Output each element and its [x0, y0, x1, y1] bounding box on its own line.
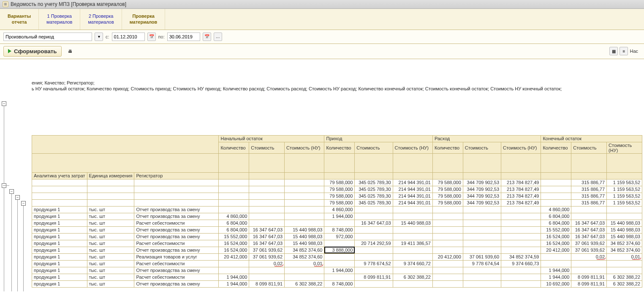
cell-r[interactable]: Расчет себестоимости: [134, 220, 219, 226]
cell-v2[interactable]: 9 778 674,52: [355, 260, 393, 267]
cell-v2[interactable]: 20 714 292,59: [355, 240, 393, 247]
cell-n4[interactable]: 34 852 374,60: [607, 247, 642, 253]
cell-q1[interactable]: [219, 179, 249, 186]
cell-q3[interactable]: 79 588,000: [432, 179, 463, 186]
cell-v4[interactable]: [571, 206, 607, 213]
cell-u[interactable]: тыс. шт: [87, 274, 134, 280]
cell-n2[interactable]: [393, 267, 432, 274]
cell-q3[interactable]: [432, 280, 463, 287]
cell-n1[interactable]: [285, 193, 324, 199]
cell-q1[interactable]: 16 524,000: [219, 240, 249, 247]
cell-v2[interactable]: [355, 226, 393, 233]
cell-q1[interactable]: 20 412,000: [219, 253, 249, 260]
cell-v2[interactable]: 345 025 789,30: [355, 186, 393, 193]
cell-v1[interactable]: 37 061 939,62: [249, 247, 285, 253]
cell-n2[interactable]: 214 944 391,01: [393, 193, 432, 199]
cell-v2[interactable]: 345 025 789,30: [355, 179, 393, 186]
table-row[interactable]: продукция 1тыс. штРеализация товаров и у…: [32, 253, 642, 260]
cell-r[interactable]: [134, 199, 219, 206]
cell-v1[interactable]: 37 061 939,62: [249, 253, 285, 260]
cell-u[interactable]: [87, 186, 134, 193]
cell-a[interactable]: продукция 1: [32, 253, 87, 260]
table-row[interactable]: продукция 1тыс. штОтчет производства за …: [32, 206, 642, 213]
cell-r[interactable]: Расчет себестоимости: [134, 240, 219, 247]
cell-u[interactable]: тыс. шт: [87, 240, 134, 247]
cell-n1[interactable]: [285, 220, 324, 226]
cell-q4[interactable]: 20 412,000: [541, 247, 571, 253]
cell-n2[interactable]: 9 374 660,72: [393, 260, 432, 267]
cell-r[interactable]: [134, 186, 219, 193]
print-settings-icon[interactable]: 🖶: [66, 47, 74, 55]
cell-v4[interactable]: [571, 213, 607, 220]
cell-n4[interactable]: [607, 206, 642, 213]
cell-v1[interactable]: 0,02: [249, 260, 285, 267]
cell-v2[interactable]: [355, 233, 393, 240]
cell-q3[interactable]: 79 588,000: [432, 193, 463, 199]
cell-n1[interactable]: 15 440 988,03: [285, 233, 324, 240]
cell-r[interactable]: Отчет производства за смену: [134, 280, 219, 287]
cell-q2[interactable]: 972,000: [324, 233, 355, 240]
cell-v4[interactable]: 37 061 939,62: [571, 247, 607, 253]
cell-v4[interactable]: [571, 267, 607, 274]
period-mode-dropdown-icon[interactable]: ▾: [95, 33, 103, 41]
cell-v4[interactable]: [571, 260, 607, 267]
cell-v3[interactable]: 344 709 902,53: [463, 179, 501, 186]
cell-n3[interactable]: [501, 206, 541, 213]
cell-v3[interactable]: 37 061 939,60: [463, 253, 501, 260]
cell-r[interactable]: [134, 193, 219, 199]
cell-q4[interactable]: 6 804,000: [541, 220, 571, 226]
cell-q3[interactable]: [432, 213, 463, 220]
cell-q4[interactable]: [541, 193, 571, 199]
cell-a[interactable]: продукция 1: [32, 206, 87, 213]
cell-q2[interactable]: 1 944,000: [324, 213, 355, 220]
date-from-input[interactable]: [112, 33, 145, 41]
cell-q4[interactable]: 10 692,000: [541, 280, 571, 287]
cell-n4[interactable]: 15 440 988,03: [607, 220, 642, 226]
cell-u[interactable]: тыс. шт: [87, 247, 134, 253]
cell-n3[interactable]: 213 784 827,49: [501, 179, 541, 186]
cell-n2[interactable]: 6 302 388,22: [393, 274, 432, 280]
cell-n3[interactable]: [501, 267, 541, 274]
cell-u[interactable]: тыс. шт: [87, 206, 134, 213]
cell-q4[interactable]: [541, 253, 571, 260]
cell-n3[interactable]: [501, 233, 541, 240]
cell-v4[interactable]: 315 886,77: [571, 199, 607, 206]
cell-q2[interactable]: 3 888,000: [324, 247, 355, 253]
cell-u[interactable]: тыс. шт: [87, 220, 134, 226]
cell-n4[interactable]: 15 440 988,03: [607, 226, 642, 233]
cell-a[interactable]: продукция 1: [32, 240, 87, 247]
cell-q2[interactable]: [324, 274, 355, 280]
cell-q1[interactable]: [219, 267, 249, 274]
cell-n4[interactable]: [607, 267, 642, 274]
cell-v2[interactable]: 345 025 789,30: [355, 199, 393, 206]
cell-n3[interactable]: 9 374 660,73: [501, 260, 541, 267]
cell-q1[interactable]: 4 860,000: [219, 213, 249, 220]
cell-v3[interactable]: [463, 233, 501, 240]
period-dialog-button[interactable]: …: [214, 33, 222, 41]
tool-icon-1[interactable]: ▦: [609, 47, 618, 55]
cell-a[interactable]: [32, 179, 87, 186]
cell-n3[interactable]: [501, 213, 541, 220]
period-mode-select[interactable]: [3, 33, 92, 41]
cell-v1[interactable]: [249, 179, 285, 186]
tool-icon-2[interactable]: ≡: [620, 47, 628, 55]
cell-q1[interactable]: [219, 193, 249, 199]
cell-v3[interactable]: [463, 247, 501, 253]
table-row[interactable]: 79 588,000345 025 789,30214 944 391,0179…: [32, 193, 642, 199]
cell-q4[interactable]: 1 944,000: [541, 274, 571, 280]
cell-u[interactable]: тыс. шт: [87, 267, 134, 274]
cell-n2[interactable]: [393, 206, 432, 213]
cell-q2[interactable]: [324, 253, 355, 260]
cell-v2[interactable]: [355, 247, 393, 253]
cell-v2[interactable]: [355, 206, 393, 213]
tree-collapse-l2[interactable]: −: [9, 189, 14, 194]
cell-r[interactable]: Отчет производства за смену: [134, 206, 219, 213]
cell-n1[interactable]: [285, 186, 324, 193]
cell-q2[interactable]: 79 588,000: [324, 199, 355, 206]
cell-u[interactable]: тыс. шт: [87, 280, 134, 287]
cell-u[interactable]: тыс. шт: [87, 260, 134, 267]
cell-v1[interactable]: [249, 274, 285, 280]
cell-v4[interactable]: 16 347 647,03: [571, 220, 607, 226]
cell-q4[interactable]: [541, 260, 571, 267]
cell-n2[interactable]: [393, 247, 432, 253]
